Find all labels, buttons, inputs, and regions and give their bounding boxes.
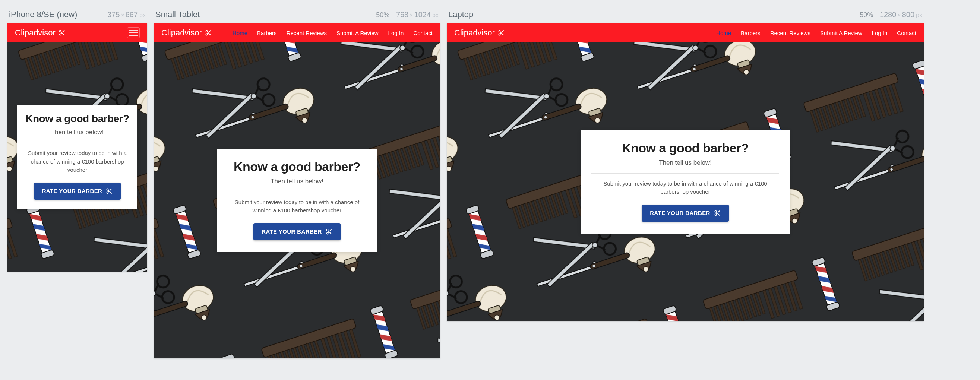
nav-home[interactable]: Home: [716, 30, 731, 36]
nav-recent-reviews[interactable]: Recent Reviews: [770, 30, 810, 36]
frame-header-mobile: iPhone 8/SE (new) 375×667px: [8, 8, 147, 23]
nav-submit-review[interactable]: Submit A Review: [336, 30, 379, 36]
nav-home[interactable]: Home: [232, 30, 247, 36]
divider: [24, 143, 131, 143]
rate-barber-button[interactable]: RATE YOUR BARBER: [253, 223, 340, 240]
divider: [591, 173, 779, 173]
hero-title: Know a good barber?: [591, 141, 779, 155]
frame-dims: 375×667px: [107, 10, 146, 19]
nav-recent-reviews[interactable]: Recent Reviews: [286, 30, 327, 36]
scissors-icon: [498, 29, 504, 36]
nav-contact[interactable]: Contact: [897, 30, 916, 36]
brand-text: Clipadvisor: [161, 28, 202, 38]
viewport-mobile: Clipadvisor Know a good barber? Then tel…: [8, 23, 147, 272]
navbar: Clipadvisor Home Barbers Recent Reviews …: [447, 23, 924, 43]
hero: Know a good barber? Then tell us below! …: [154, 43, 440, 358]
viewport-laptop: Clipadvisor Home Barbers Recent Reviews …: [447, 23, 924, 321]
scissors-icon: [59, 29, 65, 36]
hero-subtitle: Then tell us below!: [227, 178, 367, 185]
nav-contact[interactable]: Contact: [413, 30, 433, 36]
hero-promo: Submit your review today to be in with a…: [227, 198, 367, 215]
frame-label: iPhone 8/SE (new): [9, 10, 77, 19]
nav-toggle-button[interactable]: [127, 27, 140, 38]
nav-links: Home Barbers Recent Reviews Submit A Rev…: [232, 30, 433, 36]
hero-subtitle: Then tell us below!: [24, 129, 131, 136]
hero-promo: Submit your review today to be in with a…: [591, 180, 779, 196]
frame-header-laptop: Laptop 50% 1280×800px: [447, 8, 924, 23]
nav-barbers[interactable]: Barbers: [741, 30, 760, 36]
navbar: Clipadvisor Home Barbers Recent Reviews …: [154, 23, 440, 43]
frame-label: Laptop: [448, 10, 473, 19]
nav-login[interactable]: Log In: [388, 30, 404, 36]
brand[interactable]: Clipadvisor: [15, 28, 65, 38]
hero-title: Know a good barber?: [227, 159, 367, 174]
scissors-icon: [714, 210, 721, 216]
hero-promo: Submit your review today to be in with a…: [24, 149, 131, 174]
brand[interactable]: Clipadvisor: [454, 28, 504, 38]
cta-label: RATE YOUR BARBER: [650, 210, 710, 216]
rate-barber-button[interactable]: RATE YOUR BARBER: [642, 205, 729, 222]
frame-dims: 50% 768×1024px: [376, 10, 439, 19]
hero-card: Know a good barber? Then tell us below! …: [17, 105, 137, 209]
nav-submit-review[interactable]: Submit A Review: [820, 30, 862, 36]
hero-subtitle: Then tell us below!: [591, 159, 779, 167]
hero-card: Know a good barber? Then tell us below! …: [581, 130, 789, 234]
nav-links: Home Barbers Recent Reviews Submit A Rev…: [716, 30, 916, 36]
scissors-icon: [106, 188, 113, 194]
scissors-icon: [205, 29, 212, 36]
viewport-tablet: Clipadvisor Home Barbers Recent Reviews …: [154, 23, 440, 358]
scissors-icon: [326, 228, 332, 235]
navbar: Clipadvisor: [8, 23, 147, 43]
hero-title: Know a good barber?: [24, 113, 131, 125]
frame-dims: 50% 1280×800px: [860, 10, 922, 19]
brand-text: Clipadvisor: [15, 28, 56, 38]
frame-header-tablet: Small Tablet 50% 768×1024px: [154, 8, 440, 23]
nav-login[interactable]: Log In: [872, 30, 888, 36]
divider: [227, 192, 367, 192]
hero: Know a good barber? Then tell us below! …: [8, 43, 147, 272]
brand[interactable]: Clipadvisor: [161, 28, 212, 38]
nav-barbers[interactable]: Barbers: [257, 30, 277, 36]
hero-card: Know a good barber? Then tell us below! …: [217, 149, 377, 252]
rate-barber-button[interactable]: RATE YOUR BARBER: [34, 183, 121, 200]
frame-label: Small Tablet: [155, 10, 200, 19]
cta-label: RATE YOUR BARBER: [262, 228, 322, 235]
cta-label: RATE YOUR BARBER: [42, 188, 102, 194]
hero: Know a good barber? Then tell us below! …: [447, 43, 924, 321]
brand-text: Clipadvisor: [454, 28, 495, 38]
